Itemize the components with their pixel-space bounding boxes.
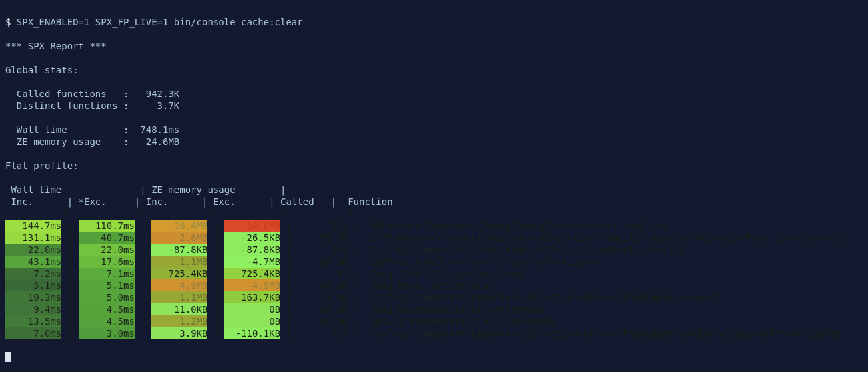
table-row: 7.2ms | 7.1ms | 725.4KB | 725.4KB | 57 |… (5, 268, 847, 279)
report-title: *** SPX Report *** (5, 41, 107, 51)
function-name: Symfony\Component\Cache\Adapter\Filesyst… (365, 244, 848, 256)
table-row: 9.4ms | 4.5ms | 11.0KB | 0B | 16.4K | Tw… (5, 303, 847, 315)
function-name: Symfony\Component\DependencyInjection\Du… (365, 291, 848, 303)
cursor (5, 352, 11, 362)
global-stats-block2: Wall time : 748.1ms ZE memory usage : 24… (5, 124, 179, 147)
table-row: 131.1ms | 40.7ms | 2.6MB | -26.5KB | 98.… (5, 232, 847, 244)
table-row: 7.0ms | 3.0ms | 3.9KB | -110.1KB | 552 |… (5, 327, 847, 339)
global-stats-label: Global stats: (5, 65, 79, 75)
command-line: SPX_ENABLED=1 SPX_FP_LIVE=1 bin/console … (17, 17, 303, 27)
table-row: 43.1ms | 17.6ms | 1.1MB | -4.7MB | 16.3K… (5, 256, 847, 268)
table-row: 144.7ms | 110.7ms | 10.4MB | 14.0MB | 91… (5, 220, 847, 232)
function-name: 5@Symfony\Component\Debug\DebugClassLoad… (365, 220, 848, 232)
function-name: Symfony\Component\DependencyInjection\Du… (365, 327, 848, 339)
table-row: 22.0ms | 22.0ms | -87.8KB | -87.8KB | 35… (5, 244, 847, 256)
function-name: Twig_Node::getIterator (365, 279, 848, 291)
global-stats-block: Called functions : 942.3K Distinct funct… (5, 89, 179, 111)
prompt-symbol: $ (5, 17, 17, 27)
table-row: 13.5ms | 4.5ms | 1.2MB | 0B | 16.3K | 1@… (5, 315, 847, 327)
function-name: 1@Twig_BaseNodeVisitor::leaveNode (365, 315, 848, 327)
function-name: Twig_Cache_Filesystem::load (365, 268, 848, 279)
flat-profile-label: Flat profile: (5, 160, 79, 171)
function-name: Twig_BaseNodeVisitor::enterNode (365, 303, 848, 315)
function-name: 27@Symfony\Component\DependencyInjection… (365, 232, 848, 244)
terminal-output: $ SPX_ENABLED=1 SPX_FP_LIVE=1 bin/consol… (0, 0, 868, 367)
table-row: 10.3ms | 5.0ms | 1.1MB | 163.7KB | 4.4K … (5, 291, 847, 303)
profile-header: Wall time | ZE memory usage | Inc. | *Ex… (5, 184, 393, 207)
profile-table: ----------+----------+----------+-------… (5, 208, 847, 339)
table-row: 5.1ms | 5.1ms | 4.9MB | 4.9MB | 16.5K | … (5, 279, 847, 291)
function-name: 28@Twig_NodeTraverser::traverseForVisito… (365, 256, 848, 268)
